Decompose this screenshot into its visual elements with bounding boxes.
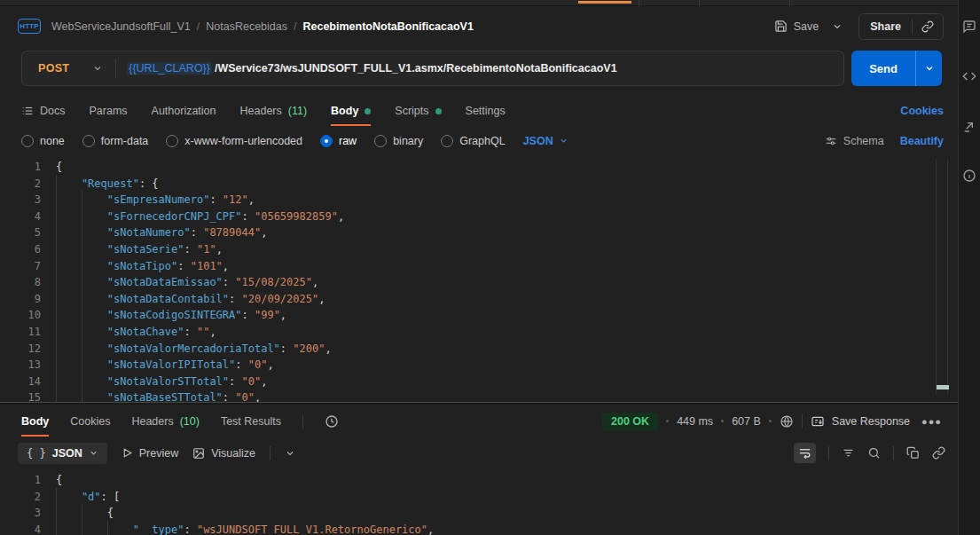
scripts-modified-dot xyxy=(435,108,442,114)
line-number: 2 xyxy=(0,489,41,506)
response-tab-body[interactable]: Body xyxy=(21,406,49,437)
line-number: 4 xyxy=(0,208,41,225)
visualize-chevron-down-icon[interactable] xyxy=(285,448,295,459)
search-icon[interactable] xyxy=(867,446,881,460)
response-tab-cookies[interactable]: Cookies xyxy=(70,406,110,437)
info-icon[interactable] xyxy=(962,169,976,183)
breadcrumb-separator: / xyxy=(294,20,296,33)
right-sidebar xyxy=(959,0,980,535)
save-label: Save xyxy=(794,20,819,33)
code-line: 1{ xyxy=(0,472,958,489)
postman-app: HTTP WebServiceJundsoftFull_V1 / NotasRe… xyxy=(0,0,980,535)
beautify-button[interactable]: Beautify xyxy=(900,135,944,147)
send-button[interactable]: Send xyxy=(851,51,915,86)
save-response-button[interactable]: Save Response xyxy=(811,414,910,429)
workspace-tabstrip xyxy=(0,0,958,6)
code-line: 5"sNotaNumero": "8789044", xyxy=(0,224,958,241)
code-line: 9"sNotaDataContabil": "20/09/2025", xyxy=(0,291,958,308)
code-line: 2"Request": { xyxy=(0,176,958,193)
breadcrumb-request-name[interactable]: RecebimentoNotaBonificacaoV1 xyxy=(302,20,473,33)
radio-binary[interactable]: binary xyxy=(374,135,423,147)
code-icon[interactable] xyxy=(962,69,976,83)
line-number: 15 xyxy=(0,389,41,402)
wrap-text-icon[interactable] xyxy=(794,443,816,463)
response-time[interactable]: 449 ms xyxy=(677,415,713,428)
method-chevron-down-icon xyxy=(92,63,103,74)
body-type-row: none form-data x-www-form-urlencoded raw… xyxy=(0,126,958,155)
radio-form-data[interactable]: form-data xyxy=(82,135,149,147)
language-chevron-down-icon xyxy=(559,136,568,146)
related-requests-icon[interactable] xyxy=(962,119,976,133)
response-headers-count: (10) xyxy=(180,415,200,428)
request-body-editor[interactable]: 1{2"Request": {3"sEmpresaNumero": "12",4… xyxy=(0,155,958,402)
docs-icon xyxy=(21,105,34,117)
code-line: 1{ xyxy=(0,159,958,176)
save-chevron-down-icon[interactable] xyxy=(832,21,843,32)
status-badge[interactable]: 200 OK xyxy=(602,413,658,430)
tab-params[interactable]: Params xyxy=(89,96,127,126)
url-bar: POST {{URL_CLARO}}/WService73/wsJUNDSOFT… xyxy=(21,51,844,86)
radio-graphql[interactable]: GraphQL xyxy=(441,135,505,147)
network-globe-icon[interactable] xyxy=(780,414,794,429)
code-line: 15"sNotaBaseSTTotal": "0", xyxy=(0,389,958,402)
tab-body[interactable]: Body xyxy=(331,96,371,126)
radio-raw[interactable]: raw xyxy=(320,135,357,147)
method-selector[interactable]: POST xyxy=(22,62,115,75)
tab-scripts[interactable]: Scripts xyxy=(395,96,441,126)
format-chevron-down-icon xyxy=(89,448,98,458)
save-button[interactable]: Save xyxy=(774,20,843,33)
response-size[interactable]: 607 B xyxy=(732,415,761,428)
line-number: 1 xyxy=(0,159,41,176)
editor-scrollbar[interactable] xyxy=(936,159,948,395)
response-format-selector[interactable]: { } JSON xyxy=(18,443,107,464)
response-meta: 200 OK 449 ms 607 B Save Response ●●● xyxy=(602,413,945,430)
code-line: 7"sNotaTipo": "101", xyxy=(0,258,958,275)
http-request-icon: HTTP xyxy=(18,19,41,34)
visualize-button[interactable]: Visualize xyxy=(192,447,255,460)
tab-authorization[interactable]: Authorization xyxy=(152,96,216,126)
breadcrumb-workspace[interactable]: WebServiceJundsoftFull_V1 xyxy=(51,20,191,33)
copy-link-icon[interactable] xyxy=(913,20,943,33)
line-number: 2 xyxy=(0,176,41,193)
tab-docs[interactable]: Docs xyxy=(21,96,65,126)
more-options-icon[interactable]: ●●● xyxy=(918,416,945,427)
code-line: 4"__type": "wsJUNDSOFT_FULL_V1.RetornoGe… xyxy=(0,522,958,535)
code-line: 13"sNotaValorIPITotal": "0", xyxy=(0,357,958,374)
share-button-group: Share xyxy=(858,13,944,40)
send-button-group: Send xyxy=(851,51,942,86)
code-line: 12"sNotaValorMercadoriaTotal": "200", xyxy=(0,341,958,358)
line-number: 10 xyxy=(0,307,41,324)
language-selector[interactable]: JSON xyxy=(523,135,568,147)
line-number: 14 xyxy=(0,374,41,390)
tab-headers[interactable]: Headers (11) xyxy=(240,96,308,126)
breadcrumb-separator: / xyxy=(197,20,200,33)
response-tab-test-results[interactable]: Test Results xyxy=(221,406,281,437)
history-icon[interactable] xyxy=(325,414,339,429)
code-line: 14"sNotaValorSTTotal": "0", xyxy=(0,374,958,390)
tab-settings[interactable]: Settings xyxy=(466,96,506,126)
schema-button[interactable]: Schema xyxy=(825,135,884,147)
preview-button[interactable]: Preview xyxy=(122,447,178,460)
response-tab-headers[interactable]: Headers (10) xyxy=(131,406,199,437)
response-body-viewer[interactable]: 1{2"d": [3{4"__type": "wsJUNDSOFT_FULL_V… xyxy=(0,468,958,535)
response-tab-bar: Body Cookies Headers (10) Test Results 2… xyxy=(0,405,958,437)
breadcrumb-folder[interactable]: NotasRecebidas xyxy=(206,20,287,33)
link-icon[interactable] xyxy=(932,446,945,460)
body-modified-dot xyxy=(365,108,371,114)
share-button[interactable]: Share xyxy=(859,20,912,33)
main-panel: HTTP WebServiceJundsoftFull_V1 / NotasRe… xyxy=(0,0,959,535)
radio-none[interactable]: none xyxy=(21,135,65,147)
radio-x-www-form-urlencoded[interactable]: x-www-form-urlencoded xyxy=(166,135,302,147)
editor-scrollbar-thumb[interactable] xyxy=(937,385,949,389)
code-line: 3{ xyxy=(0,505,958,522)
code-line: 4"sFornecedorCNPJ_CPF": "05659982859", xyxy=(0,208,958,225)
comments-icon[interactable] xyxy=(962,20,976,34)
filter-icon[interactable] xyxy=(842,446,855,460)
send-chevron-down-icon[interactable] xyxy=(915,51,942,86)
request-header: HTTP WebServiceJundsoftFull_V1 / NotasRe… xyxy=(0,6,958,46)
cookies-link[interactable]: Cookies xyxy=(900,105,944,117)
copy-icon[interactable] xyxy=(906,446,920,460)
url-input[interactable]: {{URL_CLARO}}/WService73/wsJUNDSOFT_FULL… xyxy=(116,62,627,75)
line-number: 13 xyxy=(0,357,41,374)
code-line: 2"d": [ xyxy=(0,489,958,506)
